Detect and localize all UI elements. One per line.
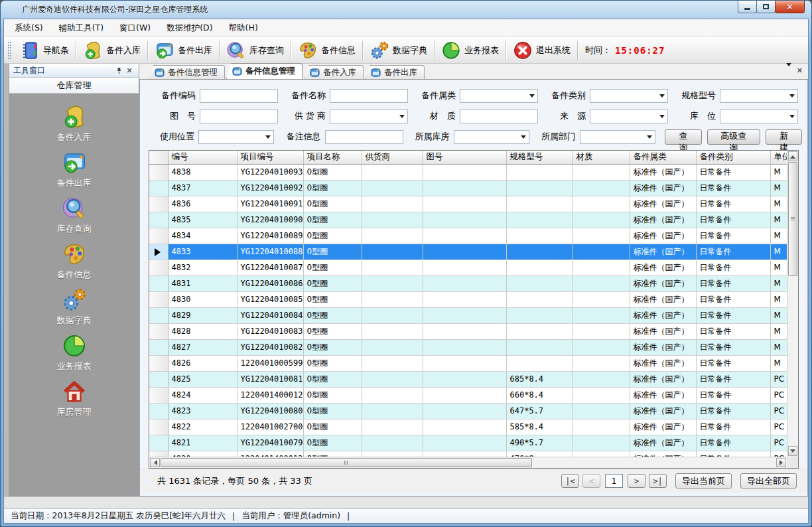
new-button[interactable]: 新建 [766, 129, 802, 145]
export-all-pages-button[interactable]: 导出全部页 [740, 473, 797, 489]
part-type-select[interactable] [590, 89, 668, 103]
toolbar-button-data-dict[interactable]: 数据字典 [365, 38, 432, 62]
row-selector-cell[interactable] [149, 387, 168, 403]
previous-page-button[interactable]: < [582, 474, 600, 488]
scroll-left-button[interactable] [150, 458, 160, 467]
supplier-select[interactable] [330, 110, 408, 123]
table-row[interactable]: 4834YG122040100890型圈标准件（国产）日常备件M [149, 228, 788, 244]
maximize-button[interactable] [756, 1, 776, 13]
query-button[interactable]: 查询 [665, 129, 701, 145]
row-selector-cell[interactable] [149, 196, 168, 212]
sidebar-item-parts-in[interactable]: 备件入库 [25, 104, 124, 149]
table-row[interactable]: 4821YG122040100790型圈490*5.7标准件（国产）日常备件PC [149, 435, 788, 451]
table-row[interactable]: 4838YG122040100930型圈标准件（国产）日常备件M [149, 164, 788, 180]
part-name-input[interactable] [330, 89, 408, 103]
menu-item-help[interactable]: 帮助(H) [221, 20, 266, 37]
column-header[interactable]: 单位 [770, 151, 788, 164]
menu-item-data-maintenance[interactable]: 数据维护(D) [159, 20, 220, 37]
toolbar-button-parts-out[interactable]: 备件出库 [150, 38, 217, 62]
tab-parts-in[interactable]: 备件入库 [304, 65, 364, 79]
page-number-input[interactable] [605, 474, 623, 488]
sidebar-item-business-report[interactable]: 业务报表 [25, 333, 124, 378]
row-selector-cell[interactable] [149, 228, 168, 244]
table-row[interactable]: 482412204014000120型圈660*8.4标准件（国产）日常备件PC [149, 387, 788, 403]
department-select[interactable] [580, 130, 655, 144]
column-header[interactable]: 项目名称 [303, 151, 362, 164]
row-selector-cell[interactable] [149, 355, 168, 371]
part-category-select[interactable] [460, 89, 538, 103]
tab-parts-info-manage-2[interactable]: 备件信息管理 [226, 63, 303, 79]
menu-item-system[interactable]: 系统(S) [7, 20, 51, 37]
row-selector-cell[interactable] [149, 260, 168, 275]
spec-model-select[interactable] [720, 89, 798, 103]
column-header[interactable]: 材质 [573, 151, 630, 164]
advanced-query-button[interactable]: 高级查询 [707, 129, 760, 145]
toolbar-button-exit-system[interactable]: 退出系统 [508, 38, 575, 62]
horizontal-scrollbar[interactable] [149, 457, 787, 468]
sidebar-item-warehouse-manage[interactable]: 库房管理 [25, 379, 124, 423]
warehouse-select[interactable] [454, 130, 529, 144]
table-row[interactable]: 4836YG122040100910型圈标准件（国产）日常备件M [149, 196, 788, 212]
row-selector-cell[interactable] [149, 212, 168, 228]
table-row[interactable]: 4837YG122040100920型圈标准件（国产）日常备件M [149, 180, 788, 196]
toolbar-button-parts-info[interactable]: 备件信息 [293, 38, 360, 62]
next-page-button[interactable]: > [628, 474, 645, 488]
table-row[interactable]: 4829YG122040100840型圈标准件（国产）日常备件M [149, 307, 788, 323]
table-row[interactable]: 4832YG122040100870型圈标准件（国产）日常备件M [149, 260, 788, 275]
export-current-page-button[interactable]: 导出当前页 [675, 473, 732, 489]
material-input[interactable] [460, 110, 538, 123]
row-selector-cell[interactable] [149, 339, 168, 355]
use-position-select[interactable] [198, 130, 274, 144]
tab-parts-out[interactable]: 备件出库 [365, 65, 425, 79]
stock-location-select[interactable] [720, 110, 798, 123]
column-header[interactable]: 备件类别 [696, 151, 770, 164]
column-header[interactable]: 图号 [423, 151, 506, 164]
tab-list-dropdown-button[interactable] [786, 66, 791, 75]
table-row[interactable]: 4831YG122040100860型圈标准件（国产）日常备件M [149, 275, 788, 291]
first-page-button[interactable]: |< [561, 474, 579, 488]
toolbar-grip-handle[interactable] [8, 42, 11, 59]
table-row[interactable]: 482612204010005990型圈标准件（国产）日常备件M [149, 355, 788, 371]
row-selector-cell[interactable] [149, 307, 168, 323]
row-selector-cell[interactable] [149, 291, 168, 307]
table-row[interactable]: 4828YG122040100830型圈标准件（国产）日常备件M [149, 323, 788, 339]
sidebar-group-header[interactable]: 仓库管理 [9, 78, 139, 94]
minimize-button[interactable] [738, 1, 757, 13]
table-row[interactable]: 4825YG122040100810型圈685*8.4标准件（国产）日常备件PC [149, 371, 788, 387]
menu-item-aux-tools[interactable]: 辅助工具(T) [51, 20, 111, 37]
toolbar-button-navbar[interactable]: 导航条 [15, 38, 74, 62]
table-row[interactable]: 4827YG122040100820型圈标准件（国产）日常备件M [149, 339, 788, 355]
row-selector-cell[interactable] [149, 164, 168, 180]
vertical-scroll-thumb[interactable] [788, 162, 797, 276]
toolbar-button-business-report[interactable]: 业务报表 [437, 38, 504, 62]
tab-close-button[interactable]: ✕ [797, 66, 803, 75]
row-selector-cell[interactable] [149, 403, 168, 419]
last-page-button[interactable]: >| [649, 474, 667, 488]
tab-parts-info-manage-1[interactable]: 备件信息管理 [149, 65, 225, 79]
close-button[interactable]: ✕ [775, 1, 805, 13]
column-header[interactable]: 规格型号 [506, 151, 573, 164]
column-header[interactable]: 供货商 [362, 151, 423, 164]
remark-info-input[interactable] [325, 130, 403, 144]
sidebar-item-stock-query[interactable]: 库存查询 [25, 196, 124, 240]
drawing-no-input[interactable] [200, 110, 278, 123]
row-selector-cell[interactable] [149, 180, 168, 196]
pin-button[interactable] [113, 66, 124, 76]
scroll-right-button[interactable] [776, 458, 786, 467]
toolbar-button-stock-query[interactable]: 库存查询 [222, 38, 289, 62]
column-header[interactable]: 备件属类 [630, 151, 696, 164]
table-row[interactable]: 4835YG122040100900型圈标准件（国产）日常备件M [149, 212, 788, 228]
table-row[interactable]: 482212204010027000型圈585*8.4标准件（国产）日常备件PC [149, 419, 788, 435]
table-row[interactable]: 4830YG122040100850型圈标准件（国产）日常备件M [149, 291, 788, 307]
row-selector-cell[interactable] [149, 371, 168, 387]
vertical-scrollbar[interactable] [787, 151, 798, 457]
toolbar-button-parts-in[interactable]: 备件入库 [78, 38, 145, 62]
sidebar-item-parts-info[interactable]: 备件信息 [25, 242, 124, 286]
table-row[interactable]: 4833YG122040100880型圈标准件（国产）日常备件M [149, 244, 788, 260]
horizontal-scroll-thumb[interactable] [161, 458, 532, 467]
scroll-up-button[interactable] [788, 151, 797, 161]
menu-item-window[interactable]: 窗口(W) [111, 20, 159, 37]
row-selector-cell[interactable] [149, 419, 168, 435]
column-header[interactable]: 编号 [168, 151, 237, 164]
table-row[interactable]: 4823YG122040100800型圈647*5.7标准件（国产）日常备件PC [149, 403, 788, 419]
